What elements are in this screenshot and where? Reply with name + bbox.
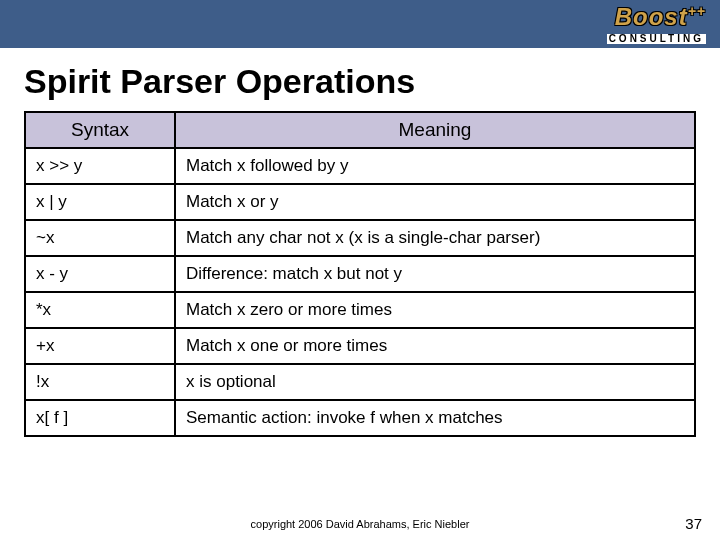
page-title: Spirit Parser Operations	[24, 62, 720, 101]
cell-syntax: !x	[25, 364, 175, 400]
table-row: ~xMatch any char not x (x is a single-ch…	[25, 220, 695, 256]
cell-syntax: *x	[25, 292, 175, 328]
cell-meaning: Match x one or more times	[175, 328, 695, 364]
cell-syntax: ~x	[25, 220, 175, 256]
top-bar: Boost++ CONSULTING	[0, 0, 720, 48]
logo: Boost++ CONSULTING	[607, 4, 706, 45]
table-row: x - yDifference: match x but not y	[25, 256, 695, 292]
table-row: x[ f ]Semantic action: invoke f when x m…	[25, 400, 695, 436]
cell-meaning: x is optional	[175, 364, 695, 400]
col-header-syntax: Syntax	[25, 112, 175, 148]
logo-subtitle: CONSULTING	[607, 34, 706, 44]
cell-meaning: Match x or y	[175, 184, 695, 220]
table-row: +xMatch x one or more times	[25, 328, 695, 364]
page-number: 37	[685, 515, 702, 532]
footer-copyright: copyright 2006 David Abrahams, Eric Nieb…	[0, 518, 720, 530]
cell-syntax: x >> y	[25, 148, 175, 184]
table-row: x >> yMatch x followed by y	[25, 148, 695, 184]
table-row: !xx is optional	[25, 364, 695, 400]
logo-brand-sup: ++	[688, 3, 706, 30]
cell-meaning: Difference: match x but not y	[175, 256, 695, 292]
cell-meaning: Match any char not x (x is a single-char…	[175, 220, 695, 256]
table-header-row: Syntax Meaning	[25, 112, 695, 148]
table-row: x | yMatch x or y	[25, 184, 695, 220]
logo-brand: Boost	[615, 3, 688, 30]
table-row: *xMatch x zero or more times	[25, 292, 695, 328]
col-header-meaning: Meaning	[175, 112, 695, 148]
cell-meaning: Match x zero or more times	[175, 292, 695, 328]
cell-meaning: Semantic action: invoke f when x matches	[175, 400, 695, 436]
cell-syntax: x[ f ]	[25, 400, 175, 436]
cell-meaning: Match x followed by y	[175, 148, 695, 184]
cell-syntax: x - y	[25, 256, 175, 292]
cell-syntax: +x	[25, 328, 175, 364]
operations-table: Syntax Meaning x >> yMatch x followed by…	[24, 111, 696, 437]
cell-syntax: x | y	[25, 184, 175, 220]
